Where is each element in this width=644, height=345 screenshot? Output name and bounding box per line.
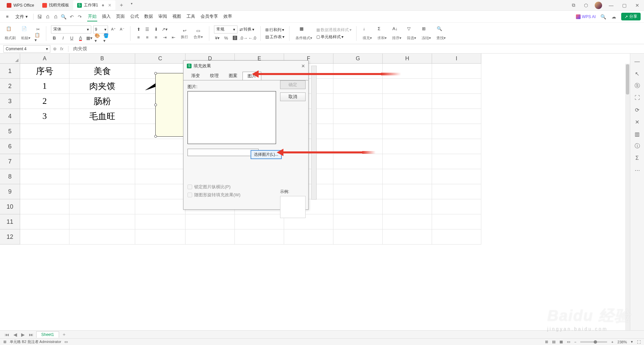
- border-icon[interactable]: ▦▾: [86, 35, 93, 42]
- highlight-icon[interactable]: 🪣▾: [103, 35, 110, 42]
- row-header[interactable]: 8: [0, 169, 20, 184]
- row-header[interactable]: 11: [0, 214, 20, 229]
- cell[interactable]: 序号: [20, 64, 69, 79]
- tools-icon[interactable]: ✕: [634, 119, 641, 125]
- window-copy-icon[interactable]: ⧉: [570, 2, 577, 9]
- sort-button[interactable]: A↓排序▾: [391, 26, 403, 41]
- row-header[interactable]: 10: [0, 199, 20, 214]
- close-button[interactable]: ✕: [633, 2, 641, 9]
- sheet-first-icon[interactable]: ⏮: [3, 332, 11, 337]
- convert-button[interactable]: ⇄ 转换▾: [239, 26, 254, 32]
- wrap-button[interactable]: ↩换行: [179, 27, 190, 40]
- zoom-in-icon[interactable]: +: [611, 340, 613, 344]
- menu-efficiency[interactable]: 效率: [223, 12, 233, 21]
- fill-color-icon[interactable]: 🎨▾: [95, 35, 101, 42]
- ok-button[interactable]: 确定: [280, 80, 306, 89]
- pivot-style-button[interactable]: ▦ 数据透视表样式▾: [316, 27, 352, 33]
- font-size-select[interactable]: 9▾: [93, 25, 108, 33]
- increase-font-icon[interactable]: A⁺: [110, 26, 117, 33]
- lock-ratio-checkbox[interactable]: 锁定图片纵横比(P): [187, 184, 240, 190]
- col-header[interactable]: B: [69, 54, 135, 64]
- status-icon[interactable]: ⊞: [3, 340, 6, 344]
- row-header[interactable]: 5: [0, 124, 20, 139]
- menu-review[interactable]: 审阅: [158, 12, 168, 21]
- comma-icon[interactable]: 🅾: [231, 35, 238, 42]
- fullscreen-icon[interactable]: ⛶: [637, 340, 641, 344]
- menu-tools[interactable]: 工具: [186, 12, 196, 21]
- sheet-last-icon[interactable]: ⏭: [28, 332, 35, 337]
- avatar[interactable]: [595, 2, 602, 9]
- inc-decimal-icon[interactable]: .0→: [240, 35, 247, 42]
- app-tab-docer[interactable]: 找稻壳模板: [38, 0, 73, 10]
- cloud-icon[interactable]: ☁: [610, 13, 617, 20]
- style-icon[interactable]: ⓢ: [634, 82, 641, 89]
- save-icon[interactable]: 🖫: [36, 13, 43, 20]
- dialog-titlebar[interactable]: S 填充效果 ×: [183, 61, 308, 71]
- cell[interactable]: 肉夹馍: [69, 79, 135, 94]
- layers-icon[interactable]: ▥: [634, 131, 641, 137]
- refresh-icon[interactable]: ⟳: [634, 107, 641, 113]
- cell-style-button[interactable]: ▢ 单元格样式▾: [316, 34, 352, 40]
- align-bottom-icon[interactable]: ⬇: [153, 26, 159, 33]
- menu-view[interactable]: 视图: [172, 12, 182, 21]
- sum-side-icon[interactable]: Σ: [634, 155, 641, 161]
- name-box[interactable]: Comment 4▾: [3, 45, 50, 53]
- preview-icon[interactable]: 🔍: [60, 13, 67, 20]
- freeze-button[interactable]: ⊞冻结▾: [420, 26, 432, 41]
- view-break-icon[interactable]: ▦: [559, 340, 563, 344]
- row-header[interactable]: 2: [0, 79, 20, 94]
- cancel-button[interactable]: 取消: [280, 92, 306, 101]
- menu-page[interactable]: 页面: [115, 12, 125, 21]
- expand-icon[interactable]: ⛶: [634, 94, 641, 101]
- close-icon[interactable]: ×: [301, 63, 305, 70]
- new-tab-button[interactable]: ＋: [115, 0, 127, 10]
- row-header[interactable]: 9: [0, 184, 20, 199]
- menu-member[interactable]: 会员专享: [200, 12, 219, 21]
- currency-icon[interactable]: ¥▾: [214, 35, 221, 42]
- font-color-icon[interactable]: A: [77, 35, 84, 42]
- cell[interactable]: 肠粉: [69, 94, 135, 109]
- cells-area[interactable]: 序号美食 1肉夹馍 2肠粉 3毛血旺: [20, 64, 630, 331]
- cell[interactable]: 2: [20, 94, 69, 109]
- export-icon[interactable]: ⎙: [44, 13, 51, 20]
- align-center-icon[interactable]: ≡: [144, 34, 151, 41]
- cut-icon[interactable]: ✂: [35, 26, 41, 33]
- row-header[interactable]: 7: [0, 154, 20, 169]
- row-header[interactable]: 1: [0, 64, 20, 79]
- picture-path-input[interactable]: [187, 149, 259, 156]
- row-header[interactable]: 4: [0, 109, 20, 124]
- tab-pattern[interactable]: 图案: [224, 71, 243, 80]
- find-button[interactable]: 🔍查找▾: [435, 26, 447, 41]
- wps-ai-button[interactable]: WPS AI: [576, 14, 596, 19]
- status-clipboard-icon[interactable]: ▭: [64, 340, 68, 344]
- align-top-icon[interactable]: ⬆: [135, 26, 142, 33]
- indent-icon[interactable]: ⇥: [161, 34, 168, 41]
- col-header[interactable]: I: [432, 54, 481, 64]
- sheet-prev-icon[interactable]: ◀: [12, 332, 18, 337]
- fx-icon[interactable]: fx: [60, 46, 63, 51]
- zoom-out-icon[interactable]: −: [574, 340, 576, 344]
- help-icon[interactable]: ⓘ: [634, 143, 641, 149]
- bold-icon[interactable]: B: [51, 35, 58, 42]
- undo-icon[interactable]: ↶: [68, 13, 75, 20]
- zoom-dropdown-icon[interactable]: ▾: [631, 340, 633, 344]
- add-sheet-icon[interactable]: ＋: [60, 332, 68, 338]
- fill-button[interactable]: ↓填充▾: [361, 26, 373, 41]
- format-painter-group[interactable]: 📋 格式刷: [3, 26, 17, 41]
- cond-format-button[interactable]: ▦条件格式▾: [294, 26, 314, 41]
- cell[interactable]: 毛血旺: [69, 109, 135, 124]
- row-header[interactable]: 12: [0, 229, 20, 245]
- cell[interactable]: 1: [20, 79, 69, 94]
- row-header[interactable]: 3: [0, 94, 20, 109]
- menu-data[interactable]: 数据: [144, 12, 154, 21]
- app-tab-workbook[interactable]: S 工作簿1 ×: [73, 0, 115, 10]
- decrease-font-icon[interactable]: A⁻: [119, 26, 125, 33]
- worksheet-button[interactable]: ▤ 工作表▾: [265, 34, 284, 40]
- menu-formula[interactable]: 公式: [129, 12, 140, 21]
- select-all-corner[interactable]: [0, 54, 20, 64]
- cube-icon[interactable]: ⬡: [582, 2, 590, 9]
- sheet-next-icon[interactable]: ▶: [20, 332, 26, 337]
- outdent-icon[interactable]: ⇤: [170, 34, 177, 41]
- underline-icon[interactable]: U: [68, 35, 75, 42]
- tab-texture[interactable]: 纹理: [205, 71, 224, 80]
